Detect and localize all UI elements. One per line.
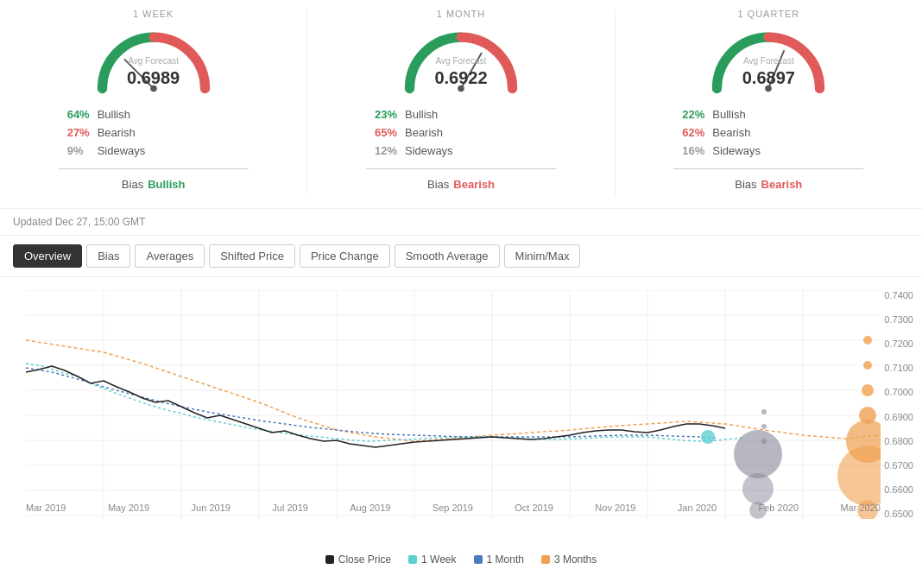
svg-point-34 — [742, 473, 774, 504]
bearish-pct: 62% — [682, 126, 712, 139]
legend-label: 1 Week — [421, 553, 456, 566]
x-axis-label: Mar 2020 — [840, 503, 880, 513]
y-axis-label: 0.7300 — [884, 314, 913, 325]
bearish-pct: 65% — [375, 126, 405, 139]
bias-text: Bias — [427, 178, 449, 191]
tab-price-change[interactable]: Price Change — [300, 244, 390, 268]
bias-row: Bias Bullish — [113, 174, 194, 195]
sideways-row: 9% Sideways — [67, 142, 240, 160]
sideways-label: Sideways — [405, 144, 453, 157]
forecast-panel-1: 1 MONTH Avg Forecast 0.6922 23% Bullish — [307, 9, 615, 195]
avg-forecast-label: Avg Forecast — [436, 56, 487, 66]
x-axis-label: Aug 2019 — [350, 503, 390, 513]
legend-label: Close Price — [338, 553, 391, 566]
y-axis-label: 0.7200 — [884, 338, 913, 349]
tab-averages[interactable]: Averages — [135, 244, 205, 268]
period-label: 1 MONTH — [437, 9, 486, 19]
tab-minim/max[interactable]: Minim/Max — [504, 244, 581, 268]
forecast-panel-2: 1 QUARTER Avg Forecast 0.6897 22% Bullis… — [616, 9, 922, 195]
forecast-panel-0: 1 WEEK Avg Forecast 0.6989 64% Bullish — [0, 9, 307, 195]
svg-point-36 — [863, 336, 872, 345]
legend-label: 1 Month — [487, 553, 524, 566]
legend-dot — [408, 555, 417, 564]
bearish-row: 27% Bearish — [67, 123, 240, 142]
svg-point-38 — [862, 384, 874, 396]
sideways-label: Sideways — [98, 144, 146, 157]
bias-row: Bias Bearish — [419, 174, 503, 195]
sideways-row: 12% Sideways — [375, 142, 547, 160]
sideways-pct: 12% — [375, 144, 405, 157]
update-bar: Updated Dec 27, 15:00 GMT — [0, 209, 922, 236]
divider — [59, 168, 249, 169]
svg-point-41 — [837, 446, 881, 506]
legend-dot — [325, 555, 334, 564]
bullish-row: 64% Bullish — [67, 105, 240, 123]
sideways-pct: 16% — [682, 144, 712, 157]
gauge: Avg Forecast 0.6922 — [392, 23, 530, 97]
y-axis-label: 0.6800 — [884, 436, 913, 446]
main-chart — [26, 290, 881, 519]
y-axis-label: 0.6700 — [884, 460, 913, 471]
tab-shifted-price[interactable]: Shifted Price — [209, 244, 295, 268]
y-axis-label: 0.6900 — [884, 412, 913, 422]
top-section: 1 WEEK Avg Forecast 0.6989 64% Bullish — [0, 0, 922, 209]
y-axis-label: 0.7000 — [884, 387, 913, 397]
tabs-bar: OverviewBiasAveragesShifted PricePrice C… — [0, 236, 922, 277]
y-axis-label: 0.6600 — [884, 484, 913, 495]
avg-forecast-value: 0.6922 — [434, 68, 487, 88]
bias-text: Bias — [122, 178, 143, 191]
legend-item: 3 Months — [541, 553, 597, 566]
y-axis-labels: 0.74000.73000.72000.71000.70000.69000.68… — [884, 290, 913, 519]
svg-point-32 — [701, 430, 715, 444]
stats-table: 23% Bullish 65% Bearish 12% Sideways — [366, 101, 556, 164]
bullish-pct: 22% — [682, 108, 712, 121]
y-axis-label: 0.7100 — [884, 363, 913, 373]
bearish-label: Bearish — [98, 126, 136, 139]
sideways-label: Sideways — [712, 144, 761, 157]
bullish-label: Bullish — [405, 108, 438, 121]
bullish-row: 22% Bullish — [682, 105, 855, 123]
x-axis-label: Feb 2020 — [759, 503, 799, 513]
legend-label: 3 Months — [554, 553, 597, 566]
sideways-row: 16% Sideways — [682, 142, 855, 160]
tab-bias[interactable]: Bias — [86, 244, 130, 268]
avg-forecast-value: 0.6989 — [127, 68, 180, 88]
x-axis-label: Jun 2019 — [192, 503, 230, 513]
bias-row: Bias Bearish — [726, 174, 811, 195]
period-label: 1 QUARTER — [737, 9, 799, 19]
legend-item: 1 Month — [474, 553, 524, 566]
tab-overview[interactable]: Overview — [13, 244, 82, 268]
divider — [673, 168, 863, 169]
x-axis-label: Sep 2019 — [433, 503, 473, 513]
x-axis-label: Mar 2019 — [26, 503, 66, 513]
bearish-pct: 27% — [67, 126, 98, 139]
divider — [366, 168, 556, 169]
stats-table: 64% Bullish 27% Bearish 9% Sideways — [59, 101, 249, 164]
bullish-pct: 23% — [375, 108, 405, 121]
bias-value: Bullish — [148, 178, 185, 191]
x-axis-label: Jan 2020 — [678, 503, 717, 513]
chart-wrapper: Mar 2019May 2019Jun 2019Jul 2019Aug 2019… — [0, 277, 922, 570]
legend-dot — [541, 555, 550, 564]
bearish-row: 62% Bearish — [682, 123, 855, 142]
x-axis-label: Jul 2019 — [272, 503, 308, 513]
y-axis-label: 0.6500 — [884, 509, 913, 519]
svg-point-33 — [734, 430, 782, 478]
gauge: Avg Forecast 0.6897 — [699, 23, 837, 97]
avg-forecast-label: Avg Forecast — [743, 56, 794, 66]
bullish-label: Bullish — [98, 108, 130, 121]
chart-legend: Close Price 1 Week 1 Month 3 Months — [0, 549, 922, 570]
bearish-label: Bearish — [405, 126, 443, 139]
x-axis: Mar 2019May 2019Jun 2019Jul 2019Aug 2019… — [26, 503, 881, 513]
svg-point-37 — [863, 361, 872, 370]
bearish-label: Bearish — [712, 126, 750, 139]
bias-value: Bearish — [761, 178, 803, 191]
y-axis-label: 0.7400 — [884, 290, 913, 300]
tab-smooth-average[interactable]: Smooth Average — [395, 244, 500, 268]
legend-item: 1 Week — [408, 553, 456, 566]
x-axis-label: May 2019 — [108, 503, 149, 513]
stats-table: 22% Bullish 62% Bearish 16% Sideways — [673, 101, 863, 164]
bullish-row: 23% Bullish — [375, 105, 547, 123]
avg-forecast-value: 0.6897 — [742, 68, 795, 88]
period-label: 1 WEEK — [133, 9, 174, 19]
